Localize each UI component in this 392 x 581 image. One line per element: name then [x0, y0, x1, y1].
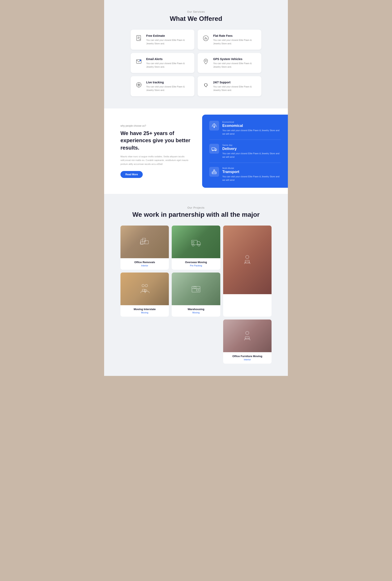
email-alerts-desc: You can visit your closest Elite Pawn & … [146, 62, 190, 68]
svg-point-17 [138, 84, 139, 85]
support-title: 24/7 Support [213, 81, 257, 84]
svg-rect-0 [137, 36, 141, 41]
why-label: why people choose us? [120, 124, 192, 127]
svg-point-41 [142, 284, 144, 287]
office-removals-info: Office Removals Interior [120, 258, 169, 270]
services-section: Our Services What We Offered Free Estima… [104, 0, 288, 108]
live-tracking-info: Live tracking You can visit your closest… [146, 81, 190, 92]
why-feature-transport: Multi-Modal Transport You can visit your… [209, 167, 281, 182]
project-card-office-removals: Office Removals Interior [120, 226, 169, 270]
why-section: why people choose us? We have 25+ years … [104, 108, 288, 194]
read-more-button[interactable]: Read More [120, 171, 143, 178]
woman-image [223, 226, 272, 294]
svg-rect-47 [194, 286, 196, 288]
svg-point-22 [215, 150, 216, 151]
why-desc: Mauris vitae nunc ut augue mollis sodale… [120, 155, 192, 166]
service-card-gps: GPS System Vehicles You can visit your c… [198, 53, 261, 73]
delivery-label: Same day [222, 144, 281, 146]
gps-desc: You can visit your closest Elite Pawn & … [213, 62, 257, 68]
project-card-office-furniture: Office Furniture Moving Interior [223, 320, 272, 364]
svg-point-18 [206, 86, 207, 87]
overseas-moving-info: Overseas Moving Pre Packing [172, 258, 220, 270]
svg-point-37 [198, 244, 200, 246]
services-subtitle: Our Services [120, 10, 272, 13]
svg-rect-48 [196, 289, 199, 291]
live-tracking-desc: You can visit your closest Elite Pawn & … [146, 85, 190, 92]
warehousing-image [172, 272, 220, 305]
why-feature-economical: Economical Economical You can visit your… [209, 121, 281, 136]
flat-rate-info: Flat Rate Fees You can visit your closes… [213, 34, 257, 45]
transport-title: Transport [222, 170, 281, 174]
office-furniture-name: Office Furniture Moving [225, 355, 270, 358]
gps-info: GPS System Vehicles You can visit your c… [213, 58, 257, 68]
economical-desc: You can visit your closest Elite Pawn & … [222, 129, 281, 136]
svg-point-10 [205, 60, 206, 62]
service-card-free-estimate: Free Estimate You can visit your closest… [131, 30, 194, 50]
email-alerts-icon: ! [135, 58, 143, 66]
service-card-support: 24/7 Support You can visit your closest … [198, 76, 261, 96]
svg-rect-25 [213, 170, 215, 172]
projects-grid: Office Removals Interior Overseas M [120, 226, 272, 317]
svg-point-42 [145, 284, 148, 287]
project-card-warehousing: Warehousing Moving [172, 272, 220, 317]
services-title: What We Offered [120, 15, 272, 22]
free-estimate-desc: You can visit your closest Elite Pawn & … [146, 38, 190, 45]
services-grid: Free Estimate You can visit your closest… [131, 30, 261, 96]
project-card-overseas-moving: Overseas Moving Pre Packing [172, 226, 220, 270]
office-furniture-info: Office Furniture Moving Interior [223, 352, 272, 364]
delivery-desc: You can visit your closest Elite Pawn & … [222, 152, 281, 158]
svg-line-5 [205, 37, 206, 38]
project-card-moving-interstate: Moving Interstate Moving [120, 272, 169, 317]
moving-interstate-cat: Moving [122, 311, 167, 314]
projects-title: We work in partnership with all the majo… [120, 211, 272, 218]
support-icon [202, 81, 210, 89]
svg-point-39 [246, 255, 249, 259]
service-card-flat-rate: Flat Rate Fees You can visit your closes… [198, 30, 261, 50]
why-title: We have 25+ years of experiences give yo… [120, 130, 192, 151]
email-alerts-info: Email Alerts You can visit your closest … [146, 58, 190, 68]
divider-1 [209, 140, 281, 140]
overseas-moving-name: Overseas Moving [174, 261, 218, 264]
why-left: why people choose us? We have 25+ years … [104, 108, 202, 194]
transport-text: Multi-Modal Transport You can visit your… [222, 167, 281, 182]
office-removals-cat: Interior [122, 264, 167, 267]
overseas-moving-cat: Pre Packing [174, 264, 218, 267]
delivery-title: Delivery [222, 147, 281, 151]
economical-label: Economical [222, 121, 281, 123]
gps-icon [202, 58, 210, 66]
why-feature-delivery: Same day Delivery You can visit your clo… [209, 144, 281, 158]
service-card-live-tracking: Live tracking You can visit your closest… [131, 76, 194, 96]
free-estimate-info: Free Estimate You can visit your closest… [146, 34, 190, 45]
svg-rect-38 [192, 242, 194, 243]
projects-row-extra: Office Furniture Moving Interior [120, 320, 272, 364]
page-wrapper: Our Services What We Offered Free Estima… [104, 0, 288, 376]
projects-subtitle: Our Projects [120, 206, 272, 209]
economical-icon [209, 121, 219, 130]
svg-rect-50 [245, 337, 249, 339]
support-info: 24/7 Support You can visit your closest … [213, 81, 257, 92]
transport-desc: You can visit your closest Elite Pawn & … [222, 175, 281, 182]
gps-title: GPS System Vehicles [213, 58, 257, 61]
svg-rect-20 [212, 148, 215, 150]
svg-point-49 [246, 331, 249, 335]
transport-label: Multi-Modal [222, 167, 281, 169]
overseas-moving-image [172, 226, 220, 258]
woman-info [223, 294, 272, 300]
office-removals-name: Office Removals [122, 261, 167, 264]
support-desc: You can visit your closest Elite Pawn & … [213, 85, 257, 92]
transport-icon [209, 167, 219, 177]
moving-interstate-name: Moving Interstate [122, 308, 167, 311]
free-estimate-title: Free Estimate [146, 34, 190, 38]
svg-point-21 [212, 150, 213, 151]
flat-rate-icon [202, 34, 210, 42]
live-tracking-icon [135, 81, 143, 89]
svg-rect-33 [145, 241, 148, 244]
economical-title: Economical [222, 124, 281, 128]
warehousing-name: Warehousing [174, 308, 218, 311]
office-removals-image [120, 226, 169, 258]
why-right: Economical Economical You can visit your… [202, 114, 288, 188]
delivery-icon [209, 144, 219, 154]
svg-point-19 [214, 127, 215, 128]
email-alerts-title: Email Alerts [146, 58, 190, 61]
moving-interstate-image [120, 272, 169, 305]
